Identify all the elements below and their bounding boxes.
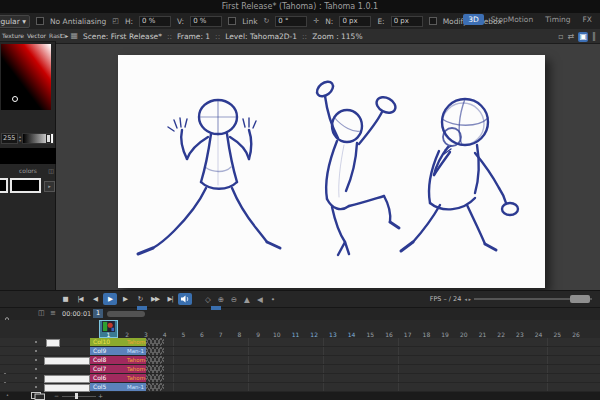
- tool-mode-dropdown[interactable]: Regular ▾: [0, 15, 30, 28]
- menu-icon[interactable]: ≡: [50, 309, 56, 317]
- value-slider-handle[interactable]: [46, 134, 51, 143]
- frame-23[interactable]: 23: [510, 320, 529, 338]
- column-name[interactable]: Col6: [90, 374, 126, 382]
- level-thumbnail[interactable]: [46, 339, 60, 347]
- frame-6[interactable]: 6: [193, 320, 212, 338]
- frame-21[interactable]: 21: [473, 320, 492, 338]
- fps-slider-handle[interactable]: [570, 295, 590, 303]
- value-field[interactable]: 255: [1, 133, 18, 144]
- frame-ruler[interactable]: 1234567891011121314151617181920212223242…: [0, 320, 600, 339]
- tab-texture[interactable]: Texture: [2, 32, 24, 39]
- track-row-col8[interactable]: Col8Tahom-1: [0, 356, 600, 365]
- frame-2[interactable]: 2: [118, 320, 137, 338]
- room-tab-3d[interactable]: 3D: [463, 14, 484, 25]
- level-cell[interactable]: Tahom-1: [126, 374, 146, 382]
- value-slider[interactable]: [22, 133, 54, 144]
- link-checkbox[interactable]: [228, 17, 236, 25]
- stop-button[interactable]: ■: [58, 293, 72, 305]
- empty-cells[interactable]: [164, 374, 600, 382]
- visibility-dot[interactable]: [35, 359, 37, 361]
- column-name[interactable]: Col7: [90, 365, 126, 373]
- frame-10[interactable]: 10: [267, 320, 286, 338]
- flip-horizontal-button[interactable]: ◀: [254, 293, 266, 305]
- colors-menu-icon[interactable]: ◫: [48, 167, 54, 174]
- loop-button[interactable]: ↻: [133, 293, 147, 305]
- frame-19[interactable]: 19: [436, 320, 455, 338]
- timeline-zoom-handle[interactable]: [75, 393, 78, 399]
- swatch-options-button[interactable]: ▸: [44, 181, 55, 192]
- splitter-handle[interactable]: [137, 306, 147, 310]
- visibility-dot[interactable]: [35, 350, 37, 352]
- level-thumbnail[interactable]: [44, 357, 90, 365]
- pegbar-icon[interactable]: ◫: [38, 309, 45, 317]
- last-frame-button[interactable]: ▶|: [163, 293, 177, 305]
- flip-scale-icon[interactable]: ◰: [112, 17, 119, 25]
- freeze-icon[interactable]: ‖: [592, 32, 596, 42]
- timeline-zoom-in[interactable]: +: [98, 392, 103, 400]
- visibility-dot[interactable]: [35, 368, 37, 370]
- fps-spinner[interactable]: ◂ ▸: [464, 296, 471, 302]
- splitter-handle[interactable]: [211, 306, 221, 310]
- empty-cells[interactable]: [164, 347, 600, 355]
- frame-7[interactable]: 7: [211, 320, 230, 338]
- viewer-area[interactable]: [56, 44, 600, 290]
- level-cell[interactable]: Man-1: [126, 383, 146, 391]
- modify-savebox-checkbox[interactable]: [429, 17, 437, 25]
- track-row-col5[interactable]: Col5Man-1: [0, 383, 600, 392]
- column-name[interactable]: Col8: [90, 356, 126, 364]
- v-scale-field[interactable]: 0 %: [190, 16, 222, 27]
- h-scale-field[interactable]: 0 %: [139, 16, 171, 27]
- no-antialiasing-checkbox[interactable]: [36, 17, 44, 25]
- prev-frame-button[interactable]: ◀: [88, 293, 102, 305]
- hsv-cursor[interactable]: [12, 96, 18, 102]
- empty-cells[interactable]: [164, 338, 600, 346]
- fps-slider[interactable]: [474, 293, 592, 305]
- zoom-in-button[interactable]: ⊕: [215, 293, 227, 305]
- track-row-col6[interactable]: Col6Tahom-1: [0, 374, 600, 383]
- level-thumbnail[interactable]: [44, 375, 90, 383]
- frame-22[interactable]: 22: [492, 320, 511, 338]
- step-forward-button[interactable]: ▶▶: [148, 293, 162, 305]
- frame-17[interactable]: 17: [398, 320, 417, 338]
- frame-25[interactable]: 25: [548, 320, 567, 338]
- value-spinner[interactable]: ▴▾: [19, 135, 21, 143]
- frame-8[interactable]: 8: [230, 320, 249, 338]
- visibility-dot[interactable]: [35, 377, 37, 379]
- track-row-col10[interactable]: Col10Tahom-1: [0, 338, 600, 347]
- first-frame-button[interactable]: |◀: [73, 293, 87, 305]
- frame-24[interactable]: 24: [529, 320, 548, 338]
- move-icon[interactable]: ✛: [313, 17, 319, 25]
- frame-12[interactable]: 12: [305, 320, 324, 338]
- hsv-color-square[interactable]: [1, 44, 51, 110]
- column-name[interactable]: Col10: [90, 338, 126, 346]
- level-cell[interactable]: Man-1: [126, 347, 146, 355]
- frame-5[interactable]: 5: [174, 320, 193, 338]
- visibility-dot[interactable]: [35, 386, 37, 388]
- empty-cells[interactable]: [164, 383, 600, 391]
- frame-4[interactable]: 4: [155, 320, 174, 338]
- room-tab-stopmotion[interactable]: StopMotion: [486, 14, 538, 25]
- frame-11[interactable]: 11: [286, 320, 305, 338]
- level-cell[interactable]: Tahom-1: [126, 356, 146, 364]
- room-tab-timing[interactable]: Timing: [540, 14, 575, 25]
- tab-overflow-arrow[interactable]: ▸: [65, 32, 68, 39]
- level-cell[interactable]: Tahom-1: [126, 338, 146, 346]
- column-name[interactable]: Col5: [90, 383, 126, 391]
- tab-vector[interactable]: Vector: [27, 32, 46, 39]
- frame-16[interactable]: 16: [380, 320, 399, 338]
- flip-view-button[interactable]: ◇: [202, 293, 214, 305]
- e-move-field[interactable]: 0 px: [391, 16, 423, 27]
- timeline-zoom-out[interactable]: −: [54, 392, 59, 400]
- safe-area-icon[interactable]: ▫: [558, 32, 563, 42]
- drawing-canvas[interactable]: [118, 55, 545, 288]
- frame-14[interactable]: 14: [342, 320, 361, 338]
- frame-3[interactable]: 3: [136, 320, 155, 338]
- frame-9[interactable]: 9: [249, 320, 268, 338]
- zoom-out-button[interactable]: ⊖: [228, 293, 240, 305]
- sound-button[interactable]: [178, 293, 192, 305]
- column-name[interactable]: Col9: [90, 347, 126, 355]
- n-move-field[interactable]: 0 px: [339, 16, 371, 27]
- field-guide-icon[interactable]: ▦: [70, 31, 78, 41]
- 3d-view-icon[interactable]: ▣: [578, 32, 588, 42]
- level-thumbnail[interactable]: [44, 384, 90, 392]
